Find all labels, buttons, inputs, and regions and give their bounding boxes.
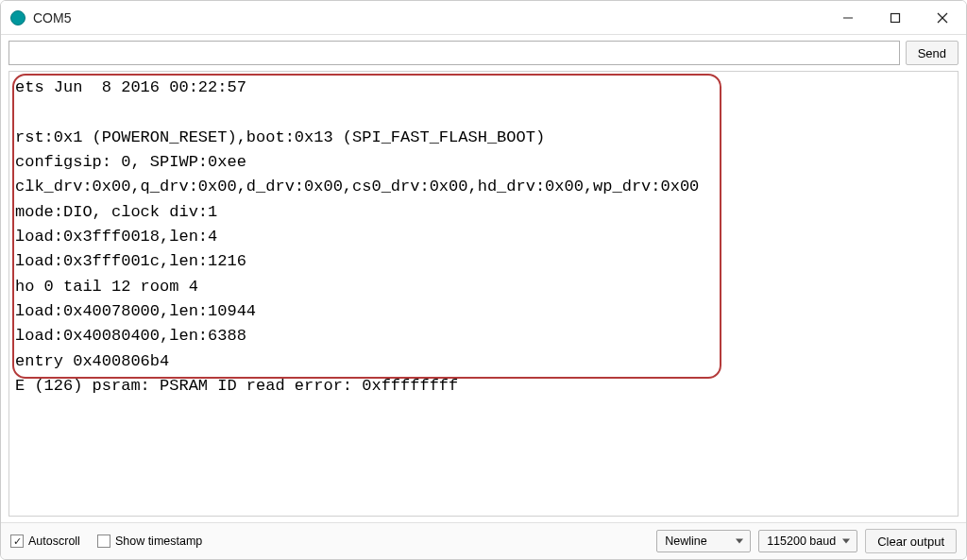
serial-monitor-window: COM5 Send ets Jun 8 2016 00:22:57 rst:0x… [0,0,967,560]
send-bar: Send [1,35,966,71]
serial-output-text: ets Jun 8 2016 00:22:57 rst:0x1 (POWERON… [15,78,699,395]
baud-value: 115200 baud [767,535,836,548]
svg-rect-1 [891,13,900,22]
serial-input[interactable] [8,41,900,65]
minimize-button[interactable] [824,1,872,35]
timestamp-checkbox[interactable]: Show timestamp [97,535,202,548]
window-title: COM5 [33,10,71,25]
autoscroll-label: Autoscroll [28,535,80,548]
checkbox-icon [10,535,24,548]
titlebar: COM5 [1,1,966,35]
baud-select[interactable]: 115200 baud [758,530,857,552]
close-button[interactable] [919,1,966,35]
timestamp-label: Show timestamp [115,535,202,548]
line-ending-select[interactable]: Newline [656,530,751,552]
serial-output[interactable]: ets Jun 8 2016 00:22:57 rst:0x1 (POWERON… [8,71,959,517]
line-ending-value: Newline [665,535,706,548]
footer-bar: Autoscroll Show timestamp Newline 115200… [1,522,966,559]
autoscroll-checkbox[interactable]: Autoscroll [10,535,80,548]
clear-output-button[interactable]: Clear output [865,529,957,553]
maximize-button[interactable] [872,1,919,35]
checkbox-icon [97,535,110,548]
send-button[interactable]: Send [906,41,959,65]
arduino-icon [10,10,25,25]
